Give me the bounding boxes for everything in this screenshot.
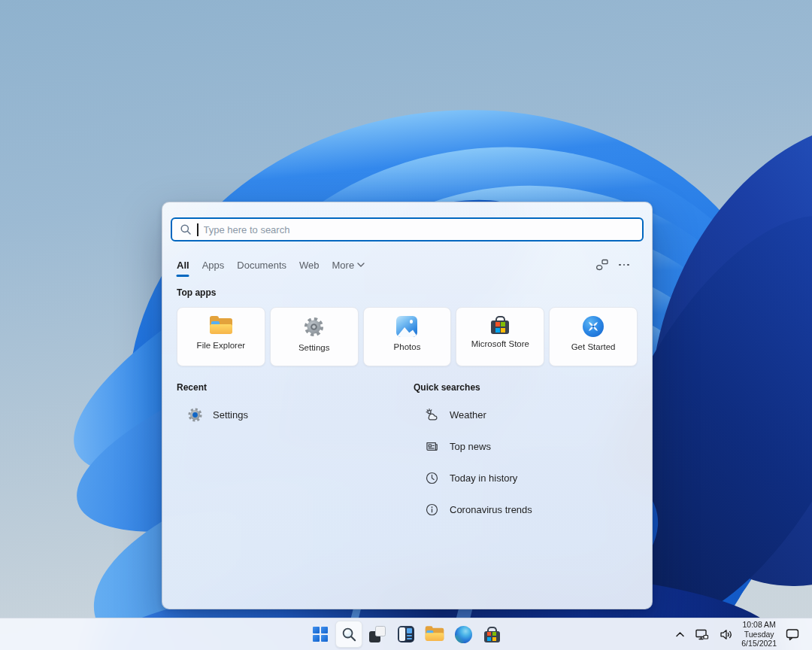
quick-search-label: Weather <box>450 409 486 421</box>
widgets-button[interactable] <box>392 621 420 648</box>
app-card-photos[interactable]: Photos <box>363 307 452 366</box>
search-taskbar-button[interactable] <box>335 621 362 648</box>
taskbar: 10:08 AM Tuesday 6/15/2021 <box>0 618 812 650</box>
start-button[interactable] <box>307 621 334 648</box>
app-card-label: Get Started <box>571 342 616 351</box>
taskbar-center-icons <box>307 618 505 650</box>
quick-search-label: Top news <box>450 441 491 452</box>
search-icon <box>180 223 192 235</box>
app-card-get-started[interactable]: Get Started <box>549 307 638 366</box>
gear-icon <box>187 407 203 423</box>
app-card-label: Photos <box>394 342 421 351</box>
quick-search-today-in-history[interactable]: Today in history <box>414 462 638 494</box>
panel-actions <box>595 257 629 273</box>
quick-search-coronavirus-trends[interactable]: Coronavirus trends <box>414 494 638 525</box>
section-title-top-apps: Top apps <box>177 287 216 298</box>
search-icon <box>341 626 358 643</box>
tab-all[interactable]: All <box>177 260 189 271</box>
gear-icon <box>303 316 325 338</box>
tab-more[interactable]: More <box>332 260 365 271</box>
tab-web[interactable]: Web <box>299 260 320 271</box>
recent-item-settings[interactable]: Settings <box>177 399 402 430</box>
section-title-quick-searches: Quick searches <box>414 382 480 393</box>
quick-searches-list: Weather Top news Today in history <box>414 399 638 525</box>
volume-icon[interactable] <box>717 627 735 642</box>
search-input[interactable] <box>204 224 635 235</box>
task-view-icon <box>369 626 386 642</box>
app-card-label: Microsoft Store <box>471 339 529 348</box>
edge-button[interactable] <box>450 621 477 648</box>
pinwheel-icon <box>583 316 604 337</box>
tab-more-label: More <box>332 260 355 271</box>
section-title-recent: Recent <box>177 382 207 393</box>
folder-icon <box>425 626 444 642</box>
tab-apps[interactable]: Apps <box>202 260 225 271</box>
weather-icon <box>424 407 440 423</box>
news-icon <box>424 439 440 454</box>
clock-date: 6/15/2021 <box>741 639 777 648</box>
chevron-down-icon <box>357 263 365 267</box>
quick-search-top-news[interactable]: Top news <box>414 430 638 462</box>
app-card-microsoft-store[interactable]: Microsoft Store <box>456 307 544 366</box>
photos-icon <box>396 316 417 337</box>
system-tray: 10:08 AM Tuesday 6/15/2021 <box>674 618 812 650</box>
windows-logo-icon <box>313 627 329 642</box>
microsoft-store-button[interactable] <box>478 621 505 648</box>
app-card-label: Settings <box>298 343 330 352</box>
text-caret <box>197 223 198 236</box>
edge-icon <box>455 626 472 643</box>
quick-search-weather[interactable]: Weather <box>414 399 638 430</box>
account-icon[interactable] <box>595 258 609 272</box>
more-options-icon[interactable] <box>619 264 629 266</box>
network-icon[interactable] <box>693 627 710 642</box>
search-filter-tabs: All Apps Documents Web More <box>177 257 365 273</box>
clock[interactable]: 10:08 AM Tuesday 6/15/2021 <box>741 620 777 648</box>
recent-list: Settings <box>177 399 402 430</box>
folder-icon <box>209 316 233 336</box>
store-bag-icon <box>484 627 500 642</box>
notification-icon[interactable] <box>783 626 801 642</box>
clock-day: Tuesday <box>741 630 777 639</box>
clock-time: 10:08 AM <box>741 620 777 629</box>
search-panel: All Apps Documents Web More Top apps Fil… <box>162 202 653 609</box>
tray-chevron-up-icon[interactable] <box>674 630 686 639</box>
app-card-file-explorer[interactable]: File Explorer <box>177 307 265 366</box>
info-icon <box>424 502 440 518</box>
file-explorer-button[interactable] <box>421 621 448 648</box>
recent-item-label: Settings <box>213 409 248 421</box>
widgets-icon <box>398 626 414 642</box>
app-card-label: File Explorer <box>197 341 246 350</box>
task-view-button[interactable] <box>364 621 391 648</box>
quick-search-label: Today in history <box>450 472 517 484</box>
tab-documents[interactable]: Documents <box>237 260 286 271</box>
quick-search-label: Coronavirus trends <box>450 504 532 515</box>
store-bag-icon <box>491 316 509 334</box>
clock-icon <box>424 470 440 486</box>
search-box[interactable] <box>171 217 644 241</box>
top-apps-cards: File Explorer Settings Photos Microsoft … <box>177 307 638 366</box>
app-card-settings[interactable]: Settings <box>270 307 359 366</box>
